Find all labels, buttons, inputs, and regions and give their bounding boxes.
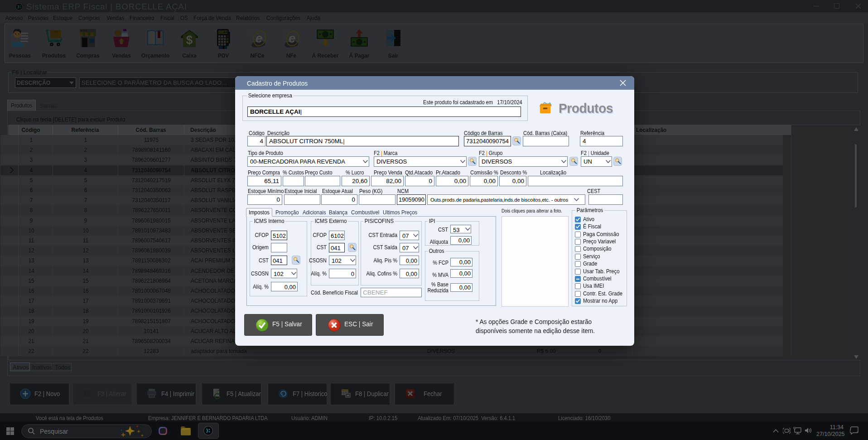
svg-text:e: e [289, 31, 296, 45]
svg-text:e: e [256, 31, 263, 45]
svg-text:$: $ [186, 33, 193, 47]
